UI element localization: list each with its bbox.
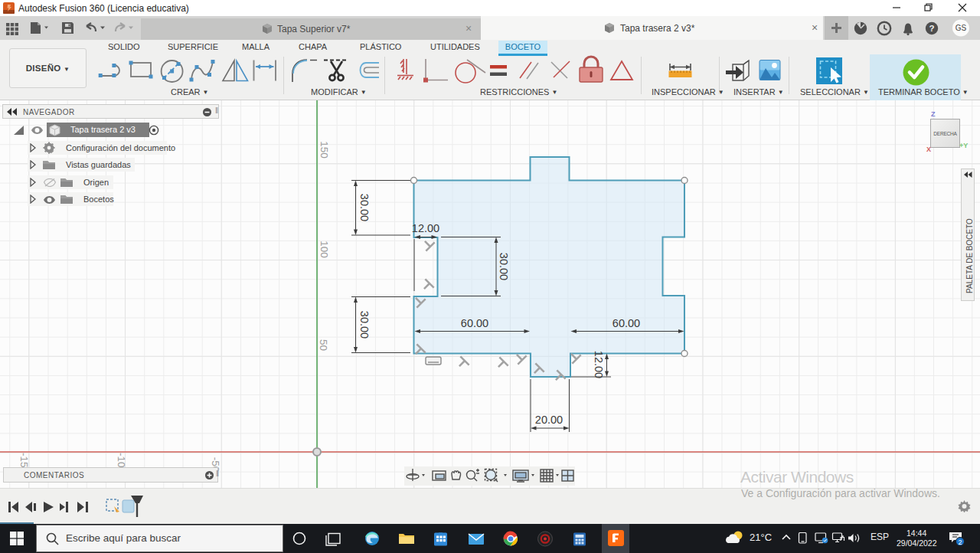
svg-text:60.00: 60.00 — [612, 317, 640, 329]
svg-text:60.00: 60.00 — [461, 317, 488, 329]
svg-text:12.00: 12.00 — [593, 351, 605, 378]
svg-text:30.00: 30.00 — [358, 194, 371, 221]
svg-text:30.00: 30.00 — [498, 253, 510, 280]
svg-text:2: 2 — [958, 538, 962, 546]
svg-text:?: ? — [929, 24, 934, 33]
svg-text:GS: GS — [956, 24, 967, 32]
svg-text:20.00: 20.00 — [535, 414, 563, 426]
svg-text:12.00: 12.00 — [412, 222, 439, 234]
svg-text:30.00: 30.00 — [358, 311, 371, 339]
